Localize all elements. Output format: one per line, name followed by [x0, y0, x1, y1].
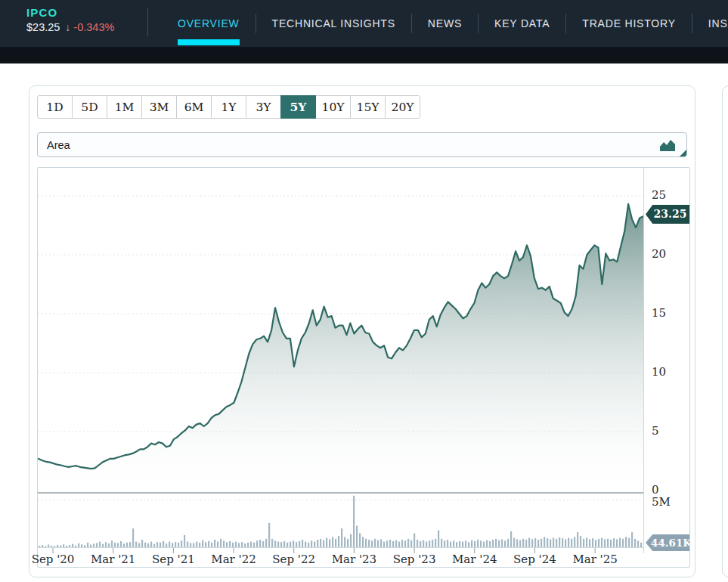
y-axis-label: 10	[652, 365, 685, 379]
nav-tab-insiders[interactable]: INSIDERS	[692, 17, 728, 29]
volume-bar	[75, 546, 76, 547]
volume-bar	[362, 537, 364, 547]
x-axis-label: Mar '24	[448, 553, 501, 566]
side-card-partial	[722, 85, 728, 577]
volume-bar	[69, 545, 70, 547]
volume-bar	[78, 543, 79, 547]
volume-bar	[398, 542, 400, 547]
volume-bar	[420, 541, 421, 547]
volume-bar	[365, 539, 367, 547]
volume-bar	[414, 533, 415, 547]
nav-tab-technical-insights[interactable]: TECHNICAL INSIGHTS	[256, 17, 411, 29]
volume-bar	[347, 539, 349, 547]
range-button-1m[interactable]: 1M	[107, 95, 142, 119]
volume-bar	[247, 543, 249, 547]
volume-bar	[356, 525, 358, 547]
volume-bar	[510, 531, 512, 547]
volume-bar	[477, 540, 479, 547]
volume-bar	[178, 543, 179, 547]
volume-bar	[42, 545, 43, 547]
volume-bar	[150, 542, 152, 547]
volume-bar	[553, 538, 554, 547]
volume-bar	[326, 538, 327, 547]
price-volume-chart[interactable]	[38, 168, 689, 567]
volume-bar	[147, 543, 149, 547]
volume-bar	[123, 543, 125, 547]
range-button-10y[interactable]: 10Y	[315, 95, 351, 119]
volume-bar	[459, 541, 460, 547]
volume-bar	[205, 542, 206, 547]
volume-bar	[290, 542, 291, 547]
volume-bar	[90, 545, 91, 547]
volume-bar	[468, 542, 469, 547]
volume-bar	[438, 531, 439, 547]
range-button-6m[interactable]: 6M	[176, 95, 212, 119]
volume-bar	[471, 540, 472, 547]
volume-bar	[132, 528, 134, 547]
volume-bar	[51, 546, 52, 547]
volume-bar	[184, 535, 185, 547]
nav-tab-news[interactable]: NEWS	[412, 17, 478, 29]
volume-bar	[332, 537, 333, 547]
volume-bar	[423, 540, 424, 547]
volume-bar	[117, 543, 119, 547]
volume-bar	[253, 543, 255, 547]
range-button-1d[interactable]: 1D	[37, 95, 73, 119]
volume-bar	[498, 540, 500, 547]
volume-bar	[238, 543, 240, 547]
volume-bar	[631, 532, 633, 547]
range-button-15y[interactable]: 15Y	[350, 95, 386, 119]
volume-axis-label: 5M	[652, 495, 685, 509]
volume-bar	[640, 543, 642, 547]
volume-bar	[45, 546, 46, 547]
volume-bar	[223, 540, 225, 547]
volume-bar	[450, 542, 451, 547]
volume-bar	[262, 541, 264, 547]
volume-bar	[277, 542, 279, 547]
volume-bar	[637, 540, 639, 547]
range-button-20y[interactable]: 20Y	[385, 95, 420, 119]
volume-bar	[534, 538, 536, 547]
volume-bar	[389, 540, 391, 547]
volume-bar	[211, 543, 212, 547]
volume-bar	[293, 540, 294, 547]
header-divider	[147, 8, 148, 36]
range-button-3y[interactable]: 3Y	[246, 95, 281, 119]
volume-bar	[126, 543, 128, 547]
volume-bar	[432, 540, 433, 547]
nav-tab-overview[interactable]: OVERVIEW	[162, 17, 256, 29]
nav-tab-trade-history[interactable]: TRADE HISTORY	[566, 17, 691, 29]
range-button-5d[interactable]: 5D	[72, 95, 107, 119]
price-area-fill	[39, 204, 643, 491]
volume-bar	[314, 542, 315, 547]
main-nav: OVERVIEW TECHNICAL INSIGHTS NEWS KEY DAT…	[162, 0, 728, 47]
range-button-1y[interactable]: 1Y	[211, 95, 246, 119]
x-axis-label: Sep '20	[26, 553, 79, 566]
volume-bar	[72, 544, 73, 547]
volume-bar	[513, 538, 515, 547]
volume-bar	[541, 539, 542, 547]
volume-bar	[287, 543, 288, 547]
volume-bar	[589, 539, 590, 547]
x-axis-label: Sep '23	[388, 553, 441, 566]
range-button-3m[interactable]: 3M	[141, 95, 177, 119]
volume-bar	[604, 539, 606, 547]
x-axis-label: Sep '24	[508, 553, 561, 566]
range-button-5y[interactable]: 5Y	[280, 95, 316, 119]
x-axis-label: Mar '23	[327, 553, 380, 566]
nav-tab-key-data[interactable]: KEY DATA	[479, 17, 565, 29]
volume-bar	[619, 538, 621, 547]
volume-bar	[229, 541, 231, 547]
volume-bar	[537, 540, 539, 547]
volume-bar	[308, 543, 309, 547]
volume-bar	[235, 542, 237, 547]
volume-bar	[271, 539, 273, 547]
volume-bar	[169, 542, 170, 547]
chart-type-select[interactable]: Area	[37, 132, 687, 157]
volume-bar	[504, 540, 506, 547]
volume-bar	[299, 541, 300, 547]
volume-bar	[81, 544, 82, 547]
volume-bar	[613, 538, 615, 547]
active-tab-underline	[178, 39, 240, 45]
volume-bar	[447, 540, 448, 547]
